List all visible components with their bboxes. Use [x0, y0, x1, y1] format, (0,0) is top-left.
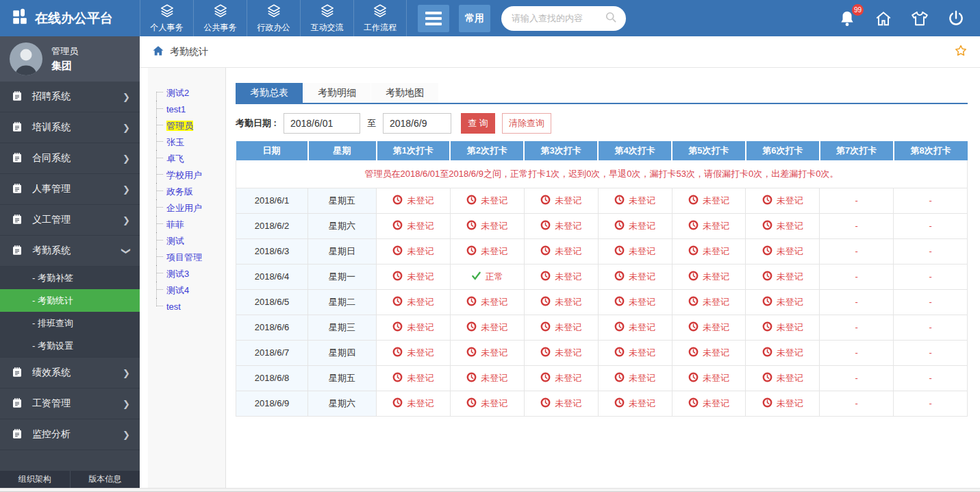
tree-item-link[interactable]: 张玉 — [166, 137, 184, 147]
tab-1[interactable]: 考勤总表 — [236, 83, 303, 103]
sidebar-subitem-4[interactable]: - 考勤设置 — [0, 334, 140, 357]
punch-status-label: 未登记 — [703, 195, 729, 207]
clear-search-button[interactable]: 清除查询 — [502, 113, 551, 134]
punch-status-label: 未登记 — [629, 296, 655, 308]
punch-cell: 未登记 — [672, 213, 746, 238]
punch-cell: 未登记 — [524, 238, 598, 264]
chevron-right-icon: ❯ — [123, 430, 130, 440]
punch-status-label: 未登记 — [703, 271, 729, 283]
punch-status: 未登记 — [466, 347, 507, 359]
tree-item-link[interactable]: 学校用户 — [166, 170, 202, 180]
top-nav-item-2[interactable]: 公共事务 — [193, 0, 247, 36]
sidebar-item-5[interactable]: 义工管理❯ — [0, 205, 140, 236]
clock-icon — [762, 245, 772, 258]
punch-cell: 未登记 — [672, 289, 746, 315]
sidebar-subitem-3[interactable]: - 排班查询 — [0, 312, 140, 334]
punch-status: 未登记 — [614, 397, 655, 410]
search-button[interactable]: 查 询 — [461, 113, 495, 134]
clock-icon — [392, 296, 403, 308]
punch-status: 未登记 — [614, 296, 655, 308]
search-icon[interactable] — [604, 10, 618, 27]
punch-cell: 未登记 — [524, 340, 598, 365]
sidebar-item-7[interactable]: 绩效系统❯ — [0, 358, 140, 389]
empty-value: - — [855, 322, 858, 332]
column-header: 第8次打卡 — [894, 141, 968, 160]
empty-value: - — [929, 398, 931, 408]
punch-status: 未登记 — [762, 296, 803, 308]
top-nav-label: 行政办公 — [257, 22, 290, 34]
punch-status-label: 未登记 — [407, 220, 434, 232]
date-to-input[interactable] — [383, 113, 451, 134]
quick-access-button[interactable]: 常用 — [459, 5, 490, 32]
punch-cell: - — [820, 188, 894, 213]
date-from-input[interactable] — [284, 113, 360, 134]
favorite-star-icon[interactable] — [954, 44, 968, 60]
clock-icon — [762, 321, 772, 334]
notebook-icon — [11, 121, 23, 135]
top-nav-item-3[interactable]: 行政办公 — [247, 0, 300, 36]
tree-item-link[interactable]: 政务版 — [166, 186, 193, 197]
tab-3[interactable]: 考勤地图 — [371, 83, 438, 103]
tree-item-link[interactable]: test — [166, 302, 181, 312]
clock-icon — [614, 296, 625, 308]
punch-cell: 未登记 — [377, 289, 451, 315]
sidebar-item-8[interactable]: 工资管理❯ — [0, 389, 140, 419]
search-input[interactable] — [512, 13, 604, 23]
punch-status: 未登记 — [614, 321, 655, 334]
tree-item-link[interactable]: 测试 — [166, 236, 184, 246]
top-nav-item-1[interactable]: 个人事务 — [140, 0, 193, 36]
punch-cell: 未登记 — [598, 391, 672, 416]
clock-icon — [688, 321, 699, 334]
clock-icon — [466, 245, 477, 258]
tree-item-link[interactable]: 卓飞 — [166, 153, 184, 164]
empty-value: - — [855, 271, 858, 282]
sidebar-subitem-2[interactable]: - 考勤统计 — [0, 289, 140, 312]
clock-icon — [762, 397, 772, 410]
sidebar-item-6[interactable]: 考勤系统❯ — [0, 236, 140, 267]
org-structure-button[interactable]: 组织架构 — [0, 471, 71, 488]
clock-icon — [688, 372, 699, 384]
tree-item-link[interactable]: 测试3 — [166, 269, 189, 279]
top-nav-item-5[interactable]: 工作流程 — [353, 0, 407, 36]
punch-status-label: 未登记 — [777, 372, 803, 384]
tree-item-link[interactable]: 企业用户 — [166, 203, 202, 213]
date-cell: 2018/6/2 — [236, 213, 308, 238]
punch-cell: 未登记 — [746, 340, 820, 365]
punch-status: 未登记 — [392, 271, 434, 283]
notification-bell-icon[interactable]: 99 — [838, 10, 856, 27]
sidebar-item-9[interactable]: 监控分析❯ — [0, 419, 140, 450]
sidebar-item-4[interactable]: 人事管理❯ — [0, 174, 140, 205]
avatar[interactable] — [10, 42, 42, 75]
tree-item-link[interactable]: 项目管理 — [166, 252, 202, 262]
tab-2[interactable]: 考勤明细 — [303, 83, 370, 103]
punch-cell: 未登记 — [450, 238, 524, 264]
theme-shirt-icon[interactable] — [911, 10, 929, 27]
sidebar-item-2[interactable]: 培训系统❯ — [0, 112, 140, 143]
punch-status-label: 未登记 — [777, 271, 803, 283]
tree-item-link[interactable]: 管理员 — [166, 121, 193, 131]
tree-item-link[interactable]: 测试2 — [166, 88, 189, 98]
punch-status-label: 未登记 — [777, 245, 803, 258]
punch-cell: 未登记 — [377, 365, 451, 391]
clock-icon — [688, 397, 699, 410]
date-range-label: 考勤日期 : — [236, 117, 277, 130]
punch-cell: - — [894, 188, 968, 213]
punch-cell: 未登记 — [524, 213, 598, 238]
top-nav-item-4[interactable]: 互动交流 — [300, 0, 353, 36]
power-logout-icon[interactable] — [947, 10, 965, 27]
sidebar-subitem-1[interactable]: - 考勤补签 — [0, 267, 140, 289]
weekday-cell: 星期五 — [308, 188, 377, 213]
tree-item-link[interactable]: 菲菲 — [166, 219, 184, 230]
tree-item-link[interactable]: test1 — [166, 104, 186, 114]
sidebar-item-3[interactable]: 合同系统❯ — [0, 143, 140, 174]
top-header: 在线办公平台 个人事务公共事务行政办公互动交流工作流程 常用 99 — [0, 0, 980, 36]
home-icon[interactable] — [875, 10, 892, 27]
sidebar-item-1[interactable]: 招聘系统❯ — [0, 82, 140, 112]
version-info-button[interactable]: 版本信息 — [71, 471, 140, 488]
menu-toggle-button[interactable] — [418, 5, 449, 32]
user-org: 集团 — [51, 60, 78, 73]
punch-cell: 未登记 — [377, 315, 451, 340]
breadcrumb-home-icon[interactable] — [152, 45, 164, 59]
date-cell: 2018/6/7 — [236, 340, 308, 365]
tree-item-link[interactable]: 测试4 — [166, 285, 189, 295]
